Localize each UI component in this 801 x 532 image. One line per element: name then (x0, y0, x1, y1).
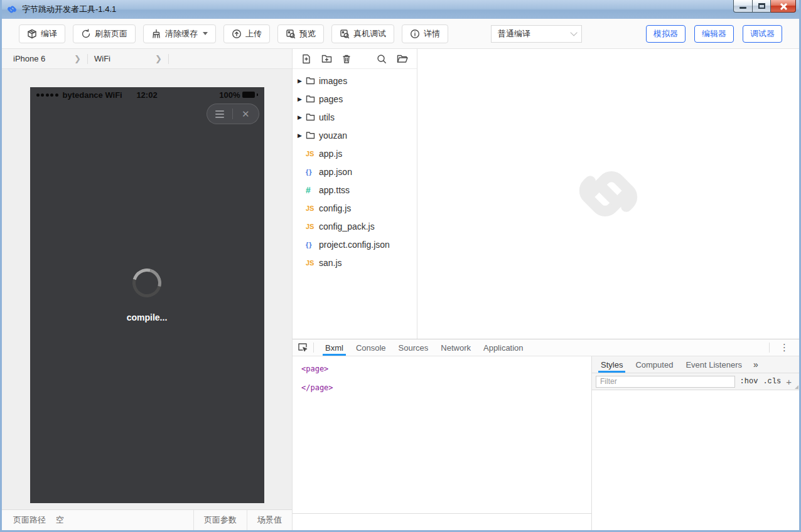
compile-mode-value: 普通编译 (498, 28, 530, 40)
resize-handle[interactable] (795, 385, 798, 389)
caret-icon[interactable]: ▶ (298, 132, 306, 139)
caret-icon[interactable]: ▶ (298, 114, 306, 120)
search-icon[interactable] (377, 54, 387, 64)
delete-button[interactable] (342, 54, 351, 64)
toggle-hover-state-button[interactable]: :hov (740, 377, 758, 386)
bxml-element-tree[interactable]: <page> </page> (293, 356, 591, 514)
close-icon (780, 3, 787, 10)
json-file-icon: {} (306, 168, 318, 176)
tree-file[interactable]: {} app.json (293, 162, 417, 181)
device-select[interactable]: iPhone 6 ❯ (13, 54, 87, 63)
editor-toggle-button[interactable]: 编辑器 (694, 25, 734, 43)
folder-icon (306, 113, 318, 121)
divider (168, 54, 169, 64)
styles-filter-input[interactable] (596, 376, 735, 388)
network-name: WiFi (94, 54, 110, 63)
upload-icon (232, 29, 242, 39)
title-bar: 字节跳动开发者工具-1.4.1 (0, 0, 801, 19)
tree-folder[interactable]: ▶ utils (293, 108, 417, 126)
clear-cache-dropdown-icon[interactable] (203, 32, 208, 35)
broom-icon (151, 29, 161, 39)
new-style-rule-button[interactable]: + (786, 376, 795, 387)
folder-icon (306, 131, 318, 139)
debugger-toggle-button[interactable]: 调试器 (743, 25, 782, 43)
file-tree: ▶ images ▶ pages ▶ utils (293, 69, 417, 272)
element-open-tag[interactable]: <page> (301, 363, 591, 381)
tree-folder[interactable]: ▶ youzan (293, 126, 417, 144)
chevron-right-icon: ❯ (155, 54, 162, 63)
element-tree-pane: <page> </page> (293, 356, 591, 530)
window-controls (733, 0, 796, 13)
simulator-toggle-button[interactable]: 模拟器 (646, 25, 685, 43)
open-project-icon[interactable] (397, 54, 408, 63)
tab-network[interactable]: Network (434, 339, 477, 356)
tab-styles[interactable]: Styles (594, 356, 629, 373)
phone-screen[interactable]: bytedance WiFi 12:02 100% ✕ (30, 87, 264, 503)
tree-folder[interactable]: ▶ images (293, 72, 417, 90)
scene-value-button[interactable]: 场景值 (247, 510, 292, 530)
simulator-body: bytedance WiFi 12:02 100% ✕ (2, 69, 292, 509)
toggle-class-button[interactable]: .cls (763, 377, 781, 386)
device-name: iPhone 6 (13, 54, 45, 63)
tab-sources[interactable]: Sources (392, 339, 435, 356)
maximize-button[interactable] (753, 0, 771, 13)
tree-file[interactable]: # app.ttss (293, 181, 417, 199)
tree-file[interactable]: JS config_pack.js (293, 217, 417, 235)
minimize-button[interactable] (733, 0, 753, 13)
divider (769, 343, 770, 353)
tab-bxml[interactable]: Bxml (319, 339, 350, 356)
styles-filter-row: :hov .cls + (592, 373, 799, 390)
element-close-tag[interactable]: </page> (301, 381, 591, 400)
inspect-element-icon[interactable] (298, 343, 308, 353)
preview-button[interactable]: 预览 (277, 24, 324, 43)
folder-icon (306, 77, 318, 85)
caret-icon[interactable]: ▶ (298, 78, 306, 84)
device-breadcrumb: iPhone 6 ❯ WiFi ❯ (2, 49, 292, 69)
tree-file[interactable]: JS app.js (293, 144, 417, 162)
remote-debug-label: 真机调试 (353, 28, 386, 40)
json-file-icon: {} (306, 241, 318, 248)
preview-label: 预览 (299, 28, 316, 40)
tree-file[interactable]: {} project.config.json (293, 235, 417, 253)
minimize-icon (739, 7, 746, 9)
loading-text: compile... (127, 312, 168, 322)
more-tabs-icon[interactable]: » (748, 359, 763, 370)
details-button[interactable]: 详情 (402, 24, 448, 43)
tree-file[interactable]: JS config.js (293, 199, 417, 217)
clear-cache-button[interactable]: 清除缓存 (143, 24, 216, 43)
tab-application[interactable]: Application (477, 339, 530, 356)
close-button[interactable] (771, 0, 796, 13)
maximize-icon (758, 3, 765, 9)
compile-mode-select[interactable]: 普通编译 (491, 25, 582, 43)
chevron-right-icon: ❯ (74, 54, 81, 63)
tab-console[interactable]: Console (350, 339, 392, 356)
page-path-label: 页面路径 (13, 514, 46, 526)
refresh-page-button[interactable]: 刷新页面 (73, 24, 136, 43)
network-select[interactable]: WiFi ❯ (94, 54, 168, 63)
devtools-panel: Bxml Console Sources Network Application… (293, 339, 799, 530)
package-icon (27, 29, 37, 39)
tree-file[interactable]: JS san.js (293, 253, 417, 272)
new-folder-button[interactable] (321, 54, 332, 63)
js-file-icon: JS (306, 150, 318, 157)
simulator-panel: iPhone 6 ❯ WiFi ❯ bytedance WiFi 12:02 (2, 49, 293, 530)
watermark-logo-icon (570, 156, 647, 232)
tab-computed[interactable]: Computed (629, 356, 679, 373)
page-params-button[interactable]: 页面参数 (193, 510, 247, 530)
tree-folder[interactable]: ▶ pages (293, 90, 417, 108)
ttss-file-icon: # (306, 185, 318, 195)
compile-button[interactable]: 编译 (19, 24, 65, 43)
new-file-button[interactable] (301, 54, 311, 64)
tab-event-listeners[interactable]: Event Listeners (679, 356, 748, 373)
more-options-icon[interactable]: ⋮ (775, 342, 794, 353)
remote-debug-button[interactable]: 真机调试 (331, 24, 394, 43)
caret-icon[interactable]: ▶ (298, 96, 306, 102)
js-file-icon: JS (306, 223, 318, 230)
file-tree-panel: ▶ images ▶ pages ▶ utils (293, 49, 417, 339)
folder-icon (306, 95, 318, 103)
chevron-down-icon (570, 29, 577, 36)
upload-button[interactable]: 上传 (223, 24, 270, 43)
panel-toggle-group: 模拟器 编辑器 调试器 (646, 25, 782, 43)
styles-pane: Styles Computed Event Listeners » :hov .… (591, 356, 799, 530)
toolbar: 编译 刷新页面 清除缓存 上传 预览 真机调试 详情 普通编译 (2, 19, 799, 49)
